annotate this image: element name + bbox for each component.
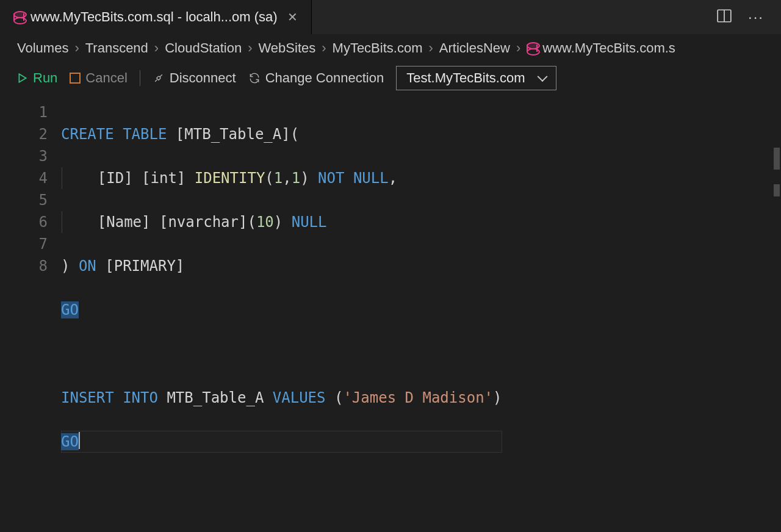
run-button[interactable]: Run [17,70,57,86]
separator [140,70,140,86]
chevron-right-icon: › [428,40,433,56]
minimap[interactable] [769,99,781,499]
unplug-icon [153,72,165,84]
code-editor[interactable]: 1 2 3 4 5 6 7 8 CREATE TABLE [MTB_Table_… [0,99,781,499]
database-icon [13,11,24,23]
chevron-right-icon: › [74,40,79,56]
breadcrumb: Volumes› Transcend› CloudStation› WebSit… [0,34,781,60]
breadcrumb-item[interactable]: ArticlesNew [439,40,510,56]
chevron-right-icon: › [322,40,326,56]
stop-icon [70,73,81,84]
breadcrumb-item[interactable]: Volumes [17,40,68,56]
cancel-button: Cancel [70,70,127,86]
chevron-right-icon: › [516,40,520,56]
chevron-right-icon: › [154,40,159,56]
tab-bar: www.MyTecBits.com.sql - localh...om (sa)… [0,0,781,34]
database-select[interactable]: Test.MyTecBits.com [396,66,556,90]
chevron-right-icon: › [248,40,252,56]
line-gutter: 1 2 3 4 5 6 7 8 [0,99,61,499]
code-area[interactable]: CREATE TABLE [MTB_Table_A]( [ID] [int] I… [61,99,502,499]
more-icon[interactable]: ··· [748,9,764,26]
play-icon [17,73,28,84]
database-icon [527,42,538,54]
disconnect-button[interactable]: Disconnect [153,70,236,86]
breadcrumb-file[interactable]: www.MyTecBits.com.s [527,40,675,56]
breadcrumb-item[interactable]: WebSites [258,40,315,56]
change-connection-button[interactable]: Change Connection [248,70,384,86]
breadcrumb-item[interactable]: CloudStation [165,40,242,56]
breadcrumb-item[interactable]: Transcend [85,40,148,56]
close-icon[interactable]: ✕ [287,10,298,24]
editor-tab[interactable]: www.MyTecBits.com.sql - localh...om (sa)… [0,0,312,34]
breadcrumb-item[interactable]: MyTecBits.com [333,40,423,56]
text-cursor [79,432,80,449]
refresh-icon [248,72,261,84]
query-toolbar: Run Cancel Disconnect Change Connection … [0,60,781,99]
split-editor-icon[interactable] [716,8,732,26]
tab-title: www.MyTecBits.com.sql - localh...om (sa) [31,9,278,25]
